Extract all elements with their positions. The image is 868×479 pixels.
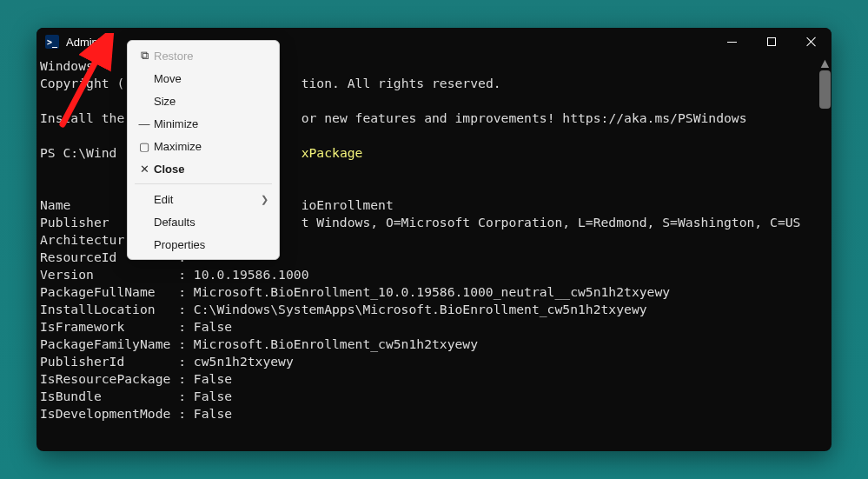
field-row: IsDevelopmentMode : False xyxy=(40,406,232,421)
vertical-scrollbar[interactable]: ▲ xyxy=(818,56,832,451)
menu-label: Properties xyxy=(154,238,268,251)
field-row: IsFramework : False xyxy=(40,319,232,334)
menu-label: Maximize xyxy=(154,140,268,153)
menu-label: Close xyxy=(154,163,268,176)
close-icon xyxy=(806,37,817,47)
blank-icon xyxy=(135,210,154,233)
chevron-right-icon: ❯ xyxy=(261,194,268,205)
menu-item-size[interactable]: Size xyxy=(128,90,279,112)
system-menu: ⧉ Restore Move Size — Minimize ▢ Maximiz… xyxy=(127,40,280,260)
menu-item-close[interactable]: ✕ Close xyxy=(128,157,279,180)
field-row: Version : 10.0.19586.1000 xyxy=(40,267,309,282)
menu-item-maximize[interactable]: ▢ Maximize xyxy=(128,135,279,157)
menu-item-defaults[interactable]: Defaults xyxy=(128,210,279,233)
blank-icon xyxy=(135,188,154,210)
field-row: PublisherId : cw5n1h2txyewy xyxy=(40,354,294,369)
prompt: PS C:\Wind xyxy=(40,145,116,160)
menu-item-properties[interactable]: Properties xyxy=(128,233,279,256)
menu-label: Move xyxy=(154,72,268,85)
blank-icon xyxy=(135,90,154,112)
text: Windows xyxy=(40,58,94,73)
scroll-up-icon[interactable]: ▲ xyxy=(818,56,832,70)
field-row: InstallLocation : C:\Windows\SystemApps\… xyxy=(40,302,647,316)
text: or new features and improvements! https:… xyxy=(301,110,747,125)
menu-label: Size xyxy=(154,95,268,108)
menu-label: Restore xyxy=(154,50,268,63)
restore-icon: ⧉ xyxy=(135,44,154,67)
menu-separator xyxy=(135,183,272,184)
close-icon: ✕ xyxy=(135,157,154,180)
text: Copyright ( xyxy=(40,76,124,90)
field-value: t Windows, O=Microsoft Corporation, L=Re… xyxy=(301,215,801,230)
field-label: Architectur xyxy=(40,232,124,247)
text: Install the xyxy=(40,110,124,125)
menu-label: Edit xyxy=(154,193,261,206)
window-controls xyxy=(712,28,832,56)
field-row: IsResourcePackage : False xyxy=(40,371,232,386)
powershell-icon[interactable]: >_ xyxy=(45,35,59,49)
field-row: PackageFullName : Microsoft.BioEnrollmen… xyxy=(40,284,670,299)
blank-icon xyxy=(135,67,154,90)
scroll-thumb[interactable] xyxy=(819,70,831,109)
maximize-button[interactable] xyxy=(752,28,792,56)
command-fragment: xPackage xyxy=(301,145,363,160)
field-row: IsBundle : False xyxy=(40,389,232,403)
close-button[interactable] xyxy=(792,28,832,56)
menu-label: Defaults xyxy=(154,216,268,229)
minimize-icon: — xyxy=(135,112,154,135)
field-row: PackageFamilyName : Microsoft.BioEnrollm… xyxy=(40,336,478,351)
maximize-icon: ▢ xyxy=(135,135,154,157)
menu-item-minimize[interactable]: — Minimize xyxy=(128,112,279,135)
field-value: ioEnrollment xyxy=(301,197,394,212)
menu-item-restore: ⧉ Restore xyxy=(128,44,279,67)
blank-icon xyxy=(135,233,154,256)
minimize-button[interactable] xyxy=(712,28,752,56)
menu-item-move[interactable]: Move xyxy=(128,67,279,90)
text: tion. All rights reserved. xyxy=(301,76,501,90)
minimize-icon xyxy=(727,42,737,43)
maximize-icon xyxy=(767,37,776,46)
menu-label: Minimize xyxy=(154,117,268,130)
menu-item-edit[interactable]: Edit ❯ xyxy=(128,188,279,210)
